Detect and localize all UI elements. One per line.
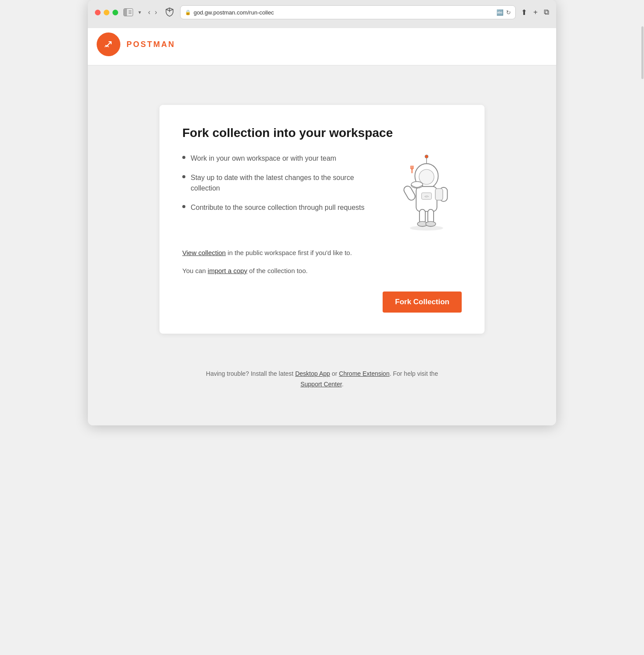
support-center-link[interactable]: Support Center bbox=[300, 381, 342, 388]
or-text: or bbox=[330, 370, 339, 377]
translate-icon[interactable]: 🔤 bbox=[496, 9, 503, 16]
end-punctuation: . bbox=[342, 381, 344, 388]
list-item: Contribute to the source collection thro… bbox=[182, 202, 383, 213]
import-copy-link[interactable]: import a copy bbox=[208, 267, 247, 274]
forward-button[interactable]: › bbox=[153, 7, 159, 17]
tabs-overview-icon[interactable]: ⧉ bbox=[544, 8, 549, 17]
help-suffix: . For help visit the bbox=[390, 370, 438, 377]
fork-card: Fork collection into your workspace Work… bbox=[159, 105, 485, 334]
lock-icon: 🔒 bbox=[185, 10, 191, 15]
fork-collection-button[interactable]: Fork Collection bbox=[383, 292, 462, 313]
list-item-text: Work in your own workspace or with your … bbox=[191, 153, 336, 164]
list-item: Work in your own workspace or with your … bbox=[182, 153, 383, 164]
import-prefix: You can bbox=[182, 267, 208, 274]
page-content: Fork collection into your workspace Work… bbox=[88, 65, 556, 425]
new-tab-icon[interactable]: + bbox=[533, 8, 538, 17]
list-item-text: Stay up to date with the latest changes … bbox=[191, 173, 383, 194]
svg-rect-22 bbox=[435, 189, 443, 201]
refresh-icon[interactable]: ↻ bbox=[506, 9, 511, 16]
view-collection-link[interactable]: View collection bbox=[182, 249, 226, 256]
import-text: You can import a copy of the collection … bbox=[182, 266, 462, 276]
trouble-prefix: Having trouble? Install the latest bbox=[206, 370, 295, 377]
help-text-container: Having trouble? Install the latest Deskt… bbox=[97, 351, 547, 403]
postman-header: POSTMAN bbox=[88, 28, 556, 65]
view-collection-suffix: in the public workspace first if you'd l… bbox=[226, 249, 352, 256]
traffic-lights bbox=[95, 10, 118, 15]
share-icon[interactable]: ⬆ bbox=[521, 8, 527, 17]
desktop-app-link[interactable]: Desktop App bbox=[295, 370, 330, 377]
view-collection-text: View collection in the public workspace … bbox=[182, 248, 462, 258]
card-footer: Fork Collection bbox=[182, 292, 462, 313]
back-button[interactable]: ‹ bbox=[146, 7, 152, 17]
postman-wordmark: POSTMAN bbox=[127, 40, 175, 49]
postman-logo bbox=[97, 32, 120, 56]
bullet-dot bbox=[182, 175, 185, 178]
minimize-button[interactable] bbox=[104, 10, 109, 15]
card-title: Fork collection into your workspace bbox=[182, 126, 462, 140]
svg-point-1 bbox=[106, 45, 108, 47]
astronaut-illustration: </> bbox=[391, 153, 462, 232]
maximize-button[interactable] bbox=[112, 10, 118, 15]
bullet-dot bbox=[182, 156, 185, 159]
import-suffix: of the collection too. bbox=[247, 267, 308, 274]
list-item: Stay up to date with the latest changes … bbox=[182, 173, 383, 194]
feature-list: Work in your own workspace or with your … bbox=[182, 153, 383, 232]
list-item-text: Contribute to the source collection thro… bbox=[191, 202, 365, 213]
sidebar-toggle[interactable]: ☰ bbox=[123, 8, 133, 16]
shield-icon bbox=[164, 7, 175, 18]
close-button[interactable] bbox=[95, 10, 101, 15]
chrome-extension-link[interactable]: Chrome Extension bbox=[339, 370, 390, 377]
help-text: Having trouble? Install the latest Deskt… bbox=[206, 369, 438, 390]
chevron-down-icon: ▾ bbox=[138, 9, 141, 15]
bullet-dot bbox=[182, 205, 185, 208]
svg-point-21 bbox=[410, 226, 443, 230]
address-bar[interactable]: 🔒 god.gw.postman.com/run-collec 🔤 ↻ bbox=[180, 5, 516, 19]
url-text: god.gw.postman.com/run-collec bbox=[194, 9, 494, 16]
svg-text:</>: </> bbox=[424, 195, 429, 198]
svg-point-5 bbox=[419, 169, 434, 184]
svg-point-3 bbox=[425, 155, 428, 158]
